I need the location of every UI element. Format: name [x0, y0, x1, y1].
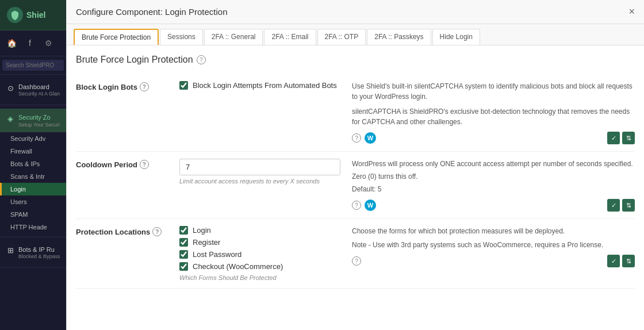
bots-sublabel: Blocked & Bypass — [18, 254, 60, 259]
block-bots-sort-btn[interactable]: ⇅ — [622, 132, 635, 144]
sidebar-sub-bots-ips[interactable]: Bots & IPs — [0, 158, 66, 170]
sidebar-top-icons: 🏠 f ⚙ — [0, 30, 66, 56]
cooldown-icons: ? W — [352, 199, 376, 211]
cooldown-desc: WordPress will process only ONE account … — [352, 159, 635, 212]
protection-help-icon2[interactable]: ? — [352, 256, 361, 266]
block-login-bots-help-icon[interactable]: ? — [140, 82, 149, 91]
block-bots-check-btn[interactable]: ✓ — [607, 132, 620, 144]
bots-ip-section: ⊞ Bots & IP Ru Blocked & Bypass — [0, 237, 66, 268]
cooldown-wp-icon: W — [365, 199, 376, 211]
close-button[interactable]: × — [628, 6, 635, 18]
cooldown-action-btns: ✓ ⇅ — [607, 199, 635, 212]
cooldown-help-icon2[interactable]: ? — [352, 201, 361, 210]
protection-lost-password-label: Lost Password — [193, 250, 241, 259]
logo-text: Shiel — [26, 10, 45, 20]
protection-locations-help-icon[interactable]: ? — [152, 227, 162, 236]
block-login-bots-checkbox-row: Block Login Attempts From Automated Bots — [179, 81, 340, 90]
protection-register-label: Register — [193, 238, 220, 247]
protection-desc-line1: Choose the forms for which bot protectio… — [352, 226, 635, 236]
protection-register-row: Register — [179, 238, 340, 247]
protection-locations-icons: ? — [352, 256, 361, 266]
sidebar-sub-login[interactable]: Login — [0, 183, 66, 195]
cooldown-actions: ? W ✓ ⇅ — [352, 199, 635, 212]
dashboard-label: Dashboard — [18, 83, 60, 91]
protection-check-btn[interactable]: ✓ — [607, 255, 620, 267]
block-login-bots-actions: ? W ✓ ⇅ — [352, 132, 635, 144]
tab-2fa-general[interactable]: 2FA :: General — [204, 29, 263, 45]
facebook-icon[interactable]: f — [21, 35, 39, 51]
search-input[interactable] — [2, 60, 64, 71]
block-login-bots-checkbox[interactable] — [179, 81, 188, 90]
protection-lost-password-row: Lost Password — [179, 250, 340, 259]
cooldown-help-icon[interactable]: ? — [140, 160, 149, 169]
gear-icon[interactable]: ⚙ — [39, 35, 57, 51]
sidebar-item-bots-ip[interactable]: ⊞ Bots & IP Ru Blocked & Bypass — [0, 241, 66, 264]
block-login-bots-label-area: Block Login Bots ? — [76, 81, 179, 144]
sidebar-sub-security-adv[interactable]: Security Adv — [0, 132, 66, 145]
cooldown-label-area: Cooldown Period ? — [76, 159, 179, 212]
protection-login-row: Login — [179, 226, 340, 235]
tab-2fa-email[interactable]: 2FA :: Email — [264, 29, 316, 45]
security-zone-icon: ◈ — [6, 114, 15, 123]
section-help-icon[interactable]: ? — [197, 55, 206, 64]
security-zone-sublabel: Setup Your Securi — [18, 122, 60, 128]
block-login-bots-control: Block Login Attempts From Automated Bots — [179, 81, 352, 144]
dashboard-section: ⊙ Dashboard Security At A Glan — [0, 75, 66, 105]
dialog-title: Configure Component: Login Protection — [76, 7, 228, 17]
protection-locations-control: Login Register Lost Password Checko — [179, 226, 352, 281]
protection-locations-desc: Choose the forms for which bot protectio… — [352, 226, 635, 281]
protection-woocommerce-checkbox[interactable] — [179, 262, 188, 271]
cooldown-input[interactable] — [179, 159, 340, 175]
tab-sessions[interactable]: Sessions — [160, 29, 203, 45]
home-icon[interactable]: 🏠 — [2, 35, 21, 51]
protection-lost-password-checkbox[interactable] — [179, 250, 188, 259]
cooldown-desc-line2: Zero (0) turns this off. — [352, 171, 635, 182]
protection-locations-actions: ? ✓ ⇅ — [352, 255, 635, 267]
protection-locations-row: Protection Locations ? Login Register — [76, 219, 635, 289]
sidebar: Shiel 🏠 f ⚙ ⊙ Dashboard Security At A Gl… — [0, 0, 66, 330]
cooldown-period-row: Cooldown Period ? Limit account access r… — [76, 152, 635, 219]
main-content: Configure Component: Login Protection × … — [66, 0, 644, 330]
protection-woocommerce-label: Checkout (WooCommerce) — [193, 262, 283, 271]
protection-locations-hint: Which Forms Should Be Protected — [179, 274, 340, 281]
sidebar-sub-firewall[interactable]: Firewall — [0, 145, 66, 158]
dialog-header: Configure Component: Login Protection × — [67, 0, 644, 24]
tab-hide-login[interactable]: Hide Login — [432, 29, 480, 45]
sidebar-sub-http[interactable]: HTTP Heade — [0, 221, 66, 233]
sidebar-sub-users[interactable]: Users — [0, 195, 66, 208]
tab-brute-force[interactable]: Brute Force Protection — [74, 29, 159, 45]
tab-2fa-passkeys[interactable]: 2FA :: Passkeys — [367, 29, 431, 45]
sidebar-logo: Shiel — [0, 0, 66, 30]
dialog: Configure Component: Login Protection × … — [66, 0, 644, 330]
sidebar-sub-spam[interactable]: SPAM — [0, 208, 66, 221]
bots-label: Bots & IP Ru — [18, 245, 60, 254]
protection-login-checkbox[interactable] — [179, 226, 188, 235]
wordpress-icon: W — [365, 132, 376, 144]
search-area — [0, 56, 66, 75]
protection-woocommerce-row: Checkout (WooCommerce) — [179, 262, 340, 271]
shield-icon — [7, 7, 23, 23]
block-login-bots-label: Block Login Bots — [76, 83, 137, 91]
block-bots-action-btns: ✓ ⇅ — [607, 132, 635, 144]
section-title: Brute Force Login Protection ? — [76, 55, 635, 65]
protection-sort-btn[interactable]: ⇅ — [622, 255, 635, 267]
protection-login-label: Login — [193, 226, 211, 235]
cooldown-control: Limit account access requests to every X… — [179, 159, 352, 212]
cooldown-check-btn[interactable]: ✓ — [607, 199, 620, 212]
dashboard-sublabel: Security At A Glan — [18, 91, 60, 97]
protection-desc-line2: Note - Use with 3rd party systems such a… — [352, 240, 635, 250]
dashboard-icon: ⊙ — [6, 83, 15, 93]
sidebar-item-dashboard[interactable]: ⊙ Dashboard Security At A Glan — [0, 78, 66, 101]
dialog-tabs: Brute Force Protection Sessions 2FA :: G… — [67, 24, 644, 45]
cooldown-desc-line3: Default: 5 — [352, 184, 635, 194]
tab-2fa-otp[interactable]: 2FA :: OTP — [317, 29, 366, 45]
cooldown-sort-btn[interactable]: ⇅ — [622, 199, 635, 212]
block-bots-help-icon2[interactable]: ? — [352, 133, 361, 143]
block-login-bots-checkbox-label: Block Login Attempts From Automated Bots — [193, 81, 337, 90]
bots-icon: ⊞ — [6, 246, 15, 255]
block-login-bots-desc-line1: Use Shield's built-in silentCAPTCHA syst… — [352, 81, 635, 102]
block-login-bots-row: Block Login Bots ? Block Login Attempts … — [76, 74, 635, 152]
sidebar-sub-scans[interactable]: Scans & Intr — [0, 170, 66, 183]
sidebar-item-security-zone[interactable]: ◈ Security Zo Setup Your Securi — [0, 109, 66, 132]
protection-register-checkbox[interactable] — [179, 238, 188, 247]
